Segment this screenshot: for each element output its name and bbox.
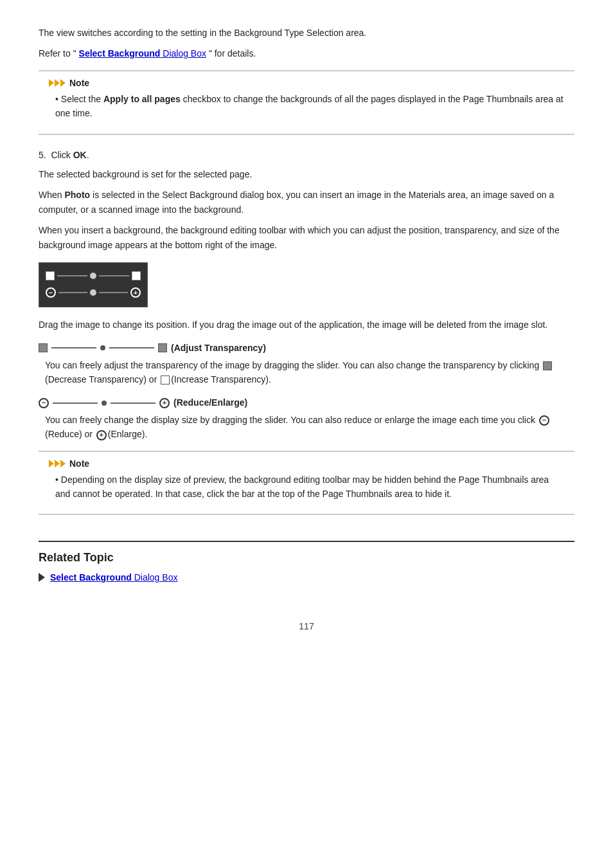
para-insert-bg: When you insert a background, the backgr… (39, 223, 574, 252)
note-box-2: Note • Depending on the display size of … (39, 451, 574, 516)
note-header-1: Note (49, 78, 564, 88)
intro-line2: Refer to " Select Background Dialog Box … (39, 46, 574, 60)
note-icon-1 (49, 79, 66, 87)
toolbar-line-4 (99, 292, 128, 293)
resize-dot (102, 401, 107, 406)
toolbar-line-3 (58, 292, 87, 293)
photo-bold: Photo (64, 190, 90, 200)
transparency-slider-line2 (109, 347, 154, 348)
note1-bold: Apply to all pages (103, 94, 181, 104)
drag-para: Drag the image to change its position. I… (39, 318, 574, 332)
step5-ok: OK (73, 150, 87, 160)
transparency-slider-line (51, 347, 96, 348)
para-selected-bg: The selected background is set for the s… (39, 167, 574, 181)
toolbar-image: − + (39, 262, 148, 307)
page-number: 117 (39, 621, 574, 631)
note-icon-2 (49, 460, 66, 467)
toolbar-line-2 (99, 275, 129, 276)
note2-bullet: • Depending on the display size of previ… (55, 473, 564, 502)
note-header-2: Note (49, 458, 564, 469)
note1-bullet: • Select the Apply to all pages checkbox… (55, 92, 564, 121)
resize-slider-line2 (111, 402, 155, 404)
related-link-row: Select Background Dialog Box (39, 572, 574, 583)
toolbar-top-row (46, 271, 141, 280)
related-topic-heading: Related Topic (39, 551, 574, 565)
toolbar-dot-2 (90, 289, 96, 296)
toolbar-line-1 (57, 275, 87, 276)
decrease-transparency-icon (543, 361, 552, 370)
enlarge-icon-label: + (159, 398, 170, 408)
reduce-icon-inline: − (539, 415, 549, 426)
select-background-link-related[interactable]: Select Background Dialog Box (50, 572, 177, 583)
feature2-label-row: − + (Reduce/Enlarge) (39, 395, 574, 410)
step5-label: 5. Click OK. (39, 148, 574, 162)
transparency-icon-left (39, 343, 48, 352)
refer-text: Refer to " (39, 48, 76, 59)
toolbar-dot-1 (90, 273, 96, 279)
toolbar-plus: + (130, 287, 141, 298)
feature1-label-row: (Adjust Transparency) (39, 341, 574, 355)
select-background-link-top[interactable]: Select Background Dialog Box (79, 48, 206, 59)
toolbar-square-right (132, 271, 141, 280)
related-topic-section: Related Topic Select Background Dialog B… (39, 541, 574, 583)
note-body-1: • Select the Apply to all pages checkbox… (55, 92, 564, 121)
note-body-2: • Depending on the display size of previ… (55, 473, 564, 502)
note-label-1: Note (69, 78, 89, 88)
feature1-desc: You can freely adjust the transparency o… (39, 358, 574, 387)
arrow-right-icon (39, 573, 45, 582)
intro-line1: The view switches according to the setti… (39, 26, 574, 40)
para-photo: When Photo is selected in the Select Bac… (39, 188, 574, 217)
note-label-2: Note (69, 458, 89, 469)
related-link-rest: Dialog Box (132, 572, 178, 583)
resize-slider-line (53, 402, 98, 404)
transparency-dot (100, 345, 105, 350)
feature-transparency: (Adjust Transparency) You can freely adj… (39, 341, 574, 386)
toolbar-minus: − (46, 287, 56, 298)
feature2-label-text: (Reduce/Enlarge) (173, 395, 247, 410)
feature1-label-text: (Adjust Transparency) (171, 341, 266, 355)
related-link-bold: Select Background (50, 572, 132, 583)
para2-rest: is selected in the Select Background dia… (39, 190, 554, 214)
enlarge-icon-inline: + (96, 430, 107, 440)
note-box-1: Note • Select the Apply to all pages che… (39, 70, 574, 135)
feature-resize: − + (Reduce/Enlarge) You can freely chan… (39, 395, 574, 441)
toolbar-bottom-row: − + (46, 287, 141, 298)
increase-transparency-icon (161, 375, 170, 384)
transparency-icon-right (158, 343, 167, 352)
refer-suffix: " for details. (209, 48, 256, 59)
feature2-desc: You can freely change the display size b… (39, 413, 574, 442)
toolbar-square-left (46, 271, 55, 280)
reduce-icon-label: − (39, 398, 49, 408)
